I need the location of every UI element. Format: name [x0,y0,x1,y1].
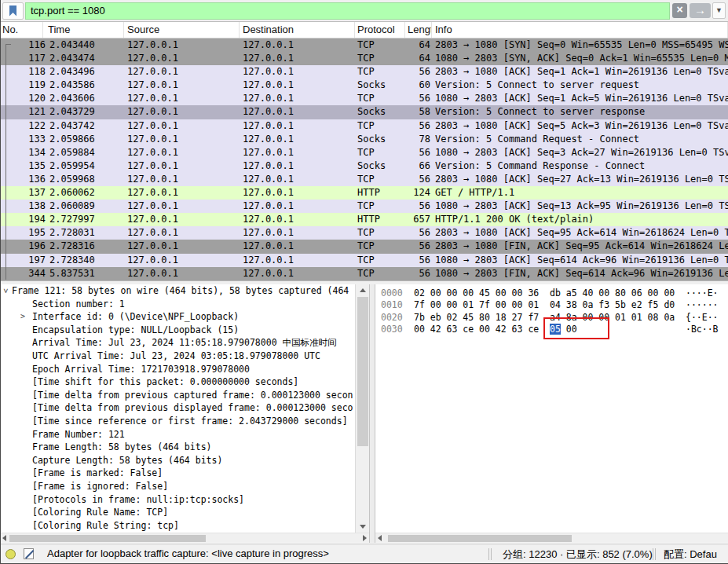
capture-comment-icon[interactable] [24,548,34,559]
detail-text: Frame 121: 58 bytes on wire (464 bits), … [12,285,349,296]
packet-row[interactable]: 1972.728340127.0.0.1127.0.0.1TCP561080 →… [0,254,728,267]
scroll-down-icon[interactable] [360,525,366,529]
packet-row[interactable]: 1962.728316127.0.0.1127.0.0.1TCP562803 →… [0,240,728,253]
expert-info-icon[interactable] [5,549,16,559]
packet-row[interactable]: 1362.059968127.0.0.1127.0.0.1TCP562803 →… [0,173,728,186]
detail-line[interactable]: >Interface id: 0 (\Device\NPF_Loopback) [1,310,355,324]
annotation-box [543,317,609,339]
detail-line[interactable]: Capture Length: 58 bytes (464 bits) [1,454,355,467]
detail-line[interactable]: [Time shift for this packet: 0.000000000… [1,375,355,389]
detail-text: Epoch Arrival Time: 1721703918.979078000 [32,364,250,375]
column-header-length[interactable]: Length [405,22,432,38]
scrollbar-thumb[interactable] [388,535,572,542]
details-vertical-scrollbar[interactable] [355,284,369,533]
packet-protocol: TCP [355,52,405,65]
packet-source: 127.0.0.1 [124,213,240,226]
hex-row[interactable]: 00107f 00 00 01 7f 00 00 0104 38 0a f3 5… [375,299,728,311]
detail-text: [Time shift for this packet: 0.000000000… [32,376,298,387]
filter-dropdown-button[interactable]: ▼ [712,2,726,19]
detail-line[interactable]: [Time since reference or first frame: 2.… [1,415,355,428]
detail-line[interactable]: Section number: 1 [1,298,355,311]
detail-line[interactable]: [Time delta from previous captured frame… [1,389,355,402]
column-header-source[interactable]: Source [124,22,240,38]
detail-line[interactable]: Frame Number: 121 [1,428,355,441]
packet-protocol: TCP [355,92,405,105]
column-header-protocol[interactable]: Protocol [355,22,405,38]
packet-no: 136 [0,173,46,186]
packet-source: 127.0.0.1 [124,146,240,159]
packet-row[interactable]: 1372.060062127.0.0.1127.0.0.1HTTP124GET … [0,186,728,200]
scroll-up-icon[interactable] [360,288,366,292]
packet-length: 56 [405,173,432,186]
details-horizontal-scrollbar[interactable] [0,533,369,543]
expand-icon[interactable]: > [20,310,25,324]
packet-row[interactable]: 1342.059884127.0.0.1127.0.0.1TCP561080 →… [0,146,728,159]
detail-line[interactable]: UTC Arrival Time: Jul 23, 2024 03:05:18.… [1,350,355,363]
statusbar-divider [488,548,489,560]
scrollbar-thumb[interactable] [357,297,368,446]
hex-bytes-group2: 04 38 0a f3 5b e2 f5 d0 [550,299,675,311]
packet-info: 2803 → 1080 [SYN] Seq=0 Win=65535 Len=0 … [432,38,728,52]
hex-offset: 0030 [381,324,403,335]
detail-line[interactable]: Epoch Arrival Time: 1721703918.979078000 [1,363,355,376]
packet-row[interactable]: 1332.059866127.0.0.1127.0.0.1Socks78Vers… [0,133,728,146]
column-header-info[interactable]: Info [432,22,728,38]
packet-row[interactable]: 1162.043440127.0.0.1127.0.0.1TCP642803 →… [0,38,728,52]
packet-row[interactable]: 1942.727997127.0.0.1127.0.0.1HTTP657HTTP… [0,213,728,226]
detail-line[interactable]: Encapsulation type: NULL/Loopback (15) [1,324,355,337]
packet-destination: 127.0.0.1 [240,240,355,253]
packet-no: 195 [0,226,46,240]
packet-details-pane[interactable]: >Frame 121: 58 bytes on wire (464 bits),… [1,284,355,533]
scrollbar-thumb[interactable] [9,535,206,542]
packet-row[interactable]: 1382.060089127.0.0.1127.0.0.1TCP561080 →… [0,200,728,213]
column-header-no[interactable]: No. [0,22,43,38]
packet-list[interactable]: 1162.043440127.0.0.1127.0.0.1TCP642803 →… [0,38,728,280]
packet-no: 138 [0,200,46,213]
packet-info: 1080 → 2803 [ACK] Seq=13 Ack=95 Win=2619… [432,200,728,213]
filter-bookmark-button[interactable] [2,2,24,20]
detail-line[interactable]: [Frame is ignored: False] [1,480,355,493]
detail-line[interactable]: [Coloring Rule Name: TCP] [1,506,355,519]
packet-row[interactable]: 1192.043586127.0.0.1127.0.0.1Socks60Vers… [0,79,728,92]
packet-row[interactable]: 1172.043474127.0.0.1127.0.0.1TCP641080 →… [0,52,728,65]
packet-row[interactable]: 1222.043742127.0.0.1127.0.0.1TCP562803 →… [0,119,728,133]
bytes-horizontal-scrollbar[interactable] [375,533,728,543]
packet-row[interactable]: 1182.043496127.0.0.1127.0.0.1TCP562803 →… [0,65,728,79]
detail-line[interactable]: Arrival Time: Jul 23, 2024 11:05:18.9790… [1,336,355,350]
packet-row[interactable]: 1952.728031127.0.0.1127.0.0.1TCP562803 →… [0,226,728,240]
packet-no: 344 [0,267,46,280]
detail-line[interactable]: [Frame is marked: False] [1,467,355,480]
scroll-right-icon[interactable] [363,535,367,541]
packet-row[interactable]: 3445.837531127.0.0.1127.0.0.1TCP561080 →… [0,267,728,280]
hex-row[interactable]: 000002 00 00 00 45 00 00 36db a5 40 00 8… [375,287,728,299]
packet-source: 127.0.0.1 [124,79,240,92]
detail-text: [Time delta from previous captured frame… [32,390,353,401]
detail-line[interactable]: [Time delta from previous displayed fram… [1,401,355,415]
column-header-time[interactable]: Time [43,22,124,38]
display-filter-input[interactable]: tcp.port == 1080 [25,2,670,20]
packet-length: 56 [405,146,432,159]
packet-row[interactable]: 1352.059954127.0.0.1127.0.0.1Socks66Vers… [0,159,728,173]
packet-row[interactable]: 1212.043729127.0.0.1127.0.0.1Socks58Vers… [0,105,728,119]
packet-no: 194 [0,213,46,226]
close-icon: × [676,3,682,16]
packet-info: 1080 → 2803 [ACK] Seq=614 Ack=96 Win=261… [432,254,728,267]
packet-no: 119 [0,79,46,92]
detail-line[interactable]: >Frame 121: 58 bytes on wire (464 bits),… [1,284,355,298]
wireshark-window: tcp.port == 1080 × → ▼ No. Time Source D… [0,0,728,564]
filter-clear-button[interactable]: × [672,3,687,18]
packet-row[interactable]: 1202.043606127.0.0.1127.0.0.1TCP561080 →… [0,92,728,105]
pane-divider[interactable] [369,284,375,543]
filter-apply-button[interactable]: → [690,3,711,18]
collapse-icon[interactable]: > [1,288,12,293]
statusbar-divider [655,548,656,560]
detail-text: [Coloring Rule String: tcp] [32,520,179,531]
scroll-left-icon[interactable] [2,535,6,541]
packet-protocol: TCP [355,200,405,213]
statusbar-divider [491,548,492,560]
detail-line[interactable]: [Protocols in frame: null:ip:tcp:socks] [1,493,355,507]
scroll-left-icon[interactable] [378,535,382,541]
detail-line[interactable]: [Coloring Rule String: tcp] [1,519,355,533]
detail-line[interactable]: Frame Length: 58 bytes (464 bits) [1,441,355,454]
column-header-destination[interactable]: Destination [240,22,355,38]
